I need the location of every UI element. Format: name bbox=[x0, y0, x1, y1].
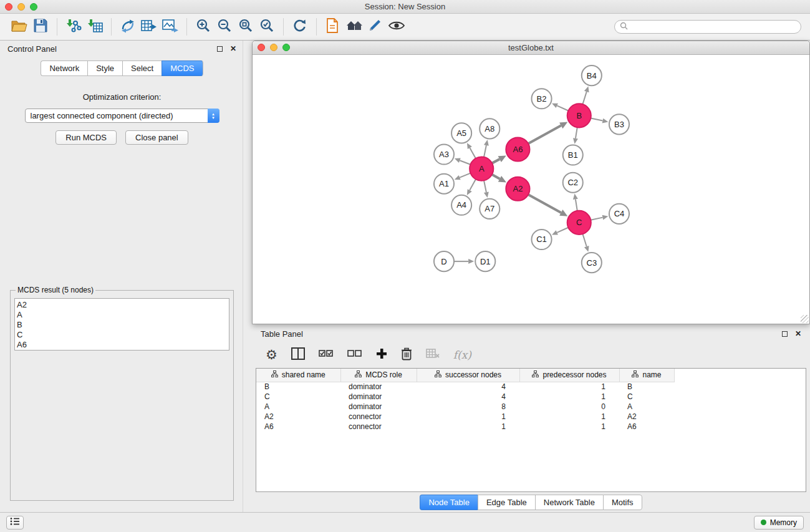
close-table-panel-icon[interactable]: ✕ bbox=[795, 329, 801, 338]
table-tab-network-table[interactable]: Network Table bbox=[535, 495, 603, 510]
network-window-titlebar[interactable]: testGlobe.txt bbox=[253, 41, 809, 55]
table-cell[interactable]: 1 bbox=[519, 392, 619, 402]
table-cell[interactable]: connector bbox=[340, 422, 417, 432]
save-session-button[interactable] bbox=[30, 16, 51, 37]
table-row[interactable]: Adominator80A bbox=[256, 402, 806, 412]
graph-edge-C-C1[interactable] bbox=[557, 227, 568, 232]
graph-edge-A-A4[interactable] bbox=[470, 179, 476, 190]
hide-all-columns-button[interactable] bbox=[347, 349, 362, 360]
export-table-button[interactable] bbox=[138, 16, 160, 37]
float-table-panel-icon[interactable] bbox=[782, 331, 788, 337]
graph-edge-A-A8[interactable] bbox=[484, 145, 486, 157]
share-network-button[interactable] bbox=[117, 16, 138, 37]
close-panel-button[interactable]: Close panel bbox=[125, 130, 188, 145]
graph-edge-B-B1[interactable] bbox=[576, 127, 577, 138]
export-image-button[interactable] bbox=[160, 16, 181, 37]
graph-edge-A-A3[interactable] bbox=[460, 160, 470, 165]
table-cell[interactable]: A bbox=[256, 402, 340, 412]
tab-mcds[interactable]: MCDS bbox=[162, 60, 203, 76]
table-cell[interactable]: dominator bbox=[340, 382, 417, 392]
result-item[interactable]: A2 bbox=[17, 300, 229, 310]
import-network-button[interactable] bbox=[63, 16, 84, 37]
graph-edge-B-B4[interactable] bbox=[582, 92, 586, 104]
graph-edge-A-A6[interactable] bbox=[492, 159, 499, 163]
zoom-in-button[interactable] bbox=[193, 16, 214, 37]
table-cell[interactable]: 8 bbox=[417, 402, 519, 412]
table-cell[interactable]: 0 bbox=[519, 402, 619, 412]
column-header-shared-name[interactable]: shared name bbox=[256, 369, 340, 382]
table-row[interactable]: Cdominator41C bbox=[256, 392, 806, 402]
home-button[interactable] bbox=[344, 16, 365, 37]
split-panel-button[interactable] bbox=[291, 347, 305, 362]
table-cell[interactable]: A6 bbox=[619, 422, 674, 432]
table-cell[interactable]: 1 bbox=[417, 412, 519, 422]
table-tab-node-table[interactable]: Node Table bbox=[420, 495, 478, 510]
tab-select[interactable]: Select bbox=[122, 60, 162, 76]
zoom-fit-button[interactable] bbox=[235, 16, 256, 37]
graph-edge-C-C3[interactable] bbox=[582, 234, 586, 246]
table-cell[interactable]: B bbox=[256, 382, 340, 392]
run-mcds-button[interactable]: Run MCDS bbox=[55, 130, 117, 145]
node-table-container[interactable]: shared nameMCDS rolesuccessor nodesprede… bbox=[256, 368, 806, 492]
table-settings-button[interactable]: ⚙ bbox=[266, 349, 277, 361]
result-item[interactable]: C bbox=[17, 330, 229, 340]
table-cell[interactable]: C bbox=[256, 392, 340, 402]
table-row[interactable]: Bdominator41B bbox=[256, 382, 806, 392]
close-panel-icon[interactable]: ✕ bbox=[230, 44, 236, 53]
table-tab-motifs[interactable]: Motifs bbox=[603, 495, 642, 510]
table-row[interactable]: A6connector11A6 bbox=[256, 422, 806, 432]
mcds-result-list[interactable]: A2ABCA6 bbox=[14, 298, 229, 351]
table-cell[interactable]: dominator bbox=[340, 392, 417, 402]
add-column-button[interactable] bbox=[376, 348, 387, 362]
zoom-out-button[interactable] bbox=[214, 16, 235, 37]
graph-edge-A-A2[interactable] bbox=[492, 174, 500, 178]
graph-edge-C-C4[interactable] bbox=[591, 217, 602, 220]
style-brush-button[interactable] bbox=[365, 16, 386, 37]
float-panel-icon[interactable] bbox=[217, 46, 223, 52]
table-cell[interactable]: connector bbox=[340, 412, 417, 422]
optimization-dropdown[interactable]: largest connected component (directed) ▲… bbox=[25, 109, 219, 123]
table-cell[interactable]: 1 bbox=[519, 422, 619, 432]
column-header-name[interactable]: name bbox=[619, 369, 674, 382]
table-cell[interactable]: A6 bbox=[256, 422, 340, 432]
graph-edge-A6-B[interactable] bbox=[528, 125, 561, 143]
column-header-MCDS-role[interactable]: MCDS role bbox=[340, 369, 417, 382]
open-session-button[interactable] bbox=[9, 16, 30, 37]
graph-edge-C-C2[interactable] bbox=[576, 199, 577, 211]
resize-grip[interactable] bbox=[801, 315, 809, 323]
network-graph[interactable]: B4B2BB3B1A5A8A6A3AA1A2A4A7C2C4CC1C3DD1 bbox=[253, 55, 809, 324]
document-button[interactable] bbox=[322, 16, 344, 37]
show-all-columns-button[interactable] bbox=[319, 349, 334, 360]
table-cell[interactable]: 1 bbox=[519, 382, 619, 392]
tab-network[interactable]: Network bbox=[41, 60, 87, 76]
column-header-successor-nodes[interactable]: successor nodes bbox=[417, 369, 519, 382]
column-header-predecessor-nodes[interactable]: predecessor nodes bbox=[519, 369, 619, 382]
graph-edge-A-A1[interactable] bbox=[460, 173, 470, 177]
result-item[interactable]: A bbox=[17, 310, 229, 320]
table-cell[interactable]: 4 bbox=[417, 392, 519, 402]
tab-style[interactable]: Style bbox=[87, 60, 122, 76]
result-item[interactable]: B bbox=[17, 320, 229, 330]
show-hide-button[interactable] bbox=[386, 16, 407, 37]
table-cell[interactable]: A bbox=[619, 402, 674, 412]
table-cell[interactable]: 1 bbox=[417, 422, 519, 432]
table-cell[interactable]: A2 bbox=[256, 412, 340, 422]
table-row[interactable]: A2connector11A2 bbox=[256, 412, 806, 422]
network-canvas[interactable]: B4B2BB3B1A5A8A6A3AA1A2A4A7C2C4CC1C3DD1 bbox=[253, 55, 809, 324]
task-history-button[interactable] bbox=[6, 516, 24, 530]
apply-layout-button[interactable] bbox=[289, 16, 311, 37]
result-item[interactable]: A6 bbox=[17, 340, 229, 350]
delete-column-button[interactable] bbox=[401, 347, 412, 363]
table-cell[interactable]: dominator bbox=[340, 402, 417, 412]
zoom-selected-button[interactable] bbox=[256, 16, 277, 37]
table-cell[interactable]: 4 bbox=[417, 382, 519, 392]
table-tab-edge-table[interactable]: Edge Table bbox=[478, 495, 535, 510]
table-cell[interactable]: 1 bbox=[519, 412, 619, 422]
memory-button[interactable]: Memory bbox=[754, 516, 804, 530]
graph-edge-A2-C[interactable] bbox=[528, 194, 561, 212]
graph-edge-A-A5[interactable] bbox=[470, 148, 476, 158]
graph-edge-B-B3[interactable] bbox=[591, 118, 602, 120]
graph-edge-A-A7[interactable] bbox=[484, 180, 486, 192]
import-table-button[interactable] bbox=[84, 16, 105, 37]
table-cell[interactable]: C bbox=[619, 392, 674, 402]
